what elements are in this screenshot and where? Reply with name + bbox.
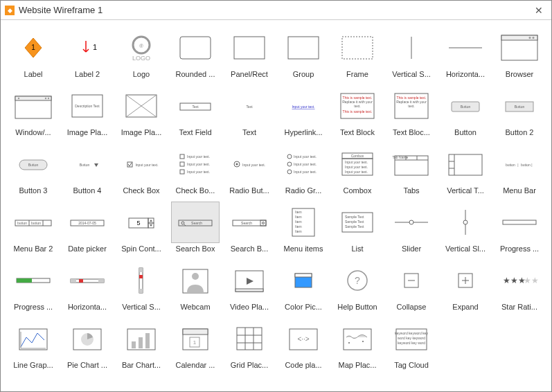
shape-item[interactable]: 2014-07-05Date picker [60,199,114,257]
svg-rect-148 [139,337,143,348]
shape-item[interactable]: Pie Chart ... [60,315,114,373]
shape-thumbnail: Button [495,85,544,127]
shape-item[interactable]: 1Label 2 [60,24,114,82]
svg-rect-124 [139,289,143,293]
shape-item[interactable]: Rounded ... [168,24,222,82]
shape-item[interactable]: Vertical T... [438,141,492,199]
shape-label: Calendar ... [176,361,215,373]
shape-label: List [351,244,363,257]
shape-item[interactable]: Input your text.Input your text.Input yo… [168,141,222,199]
shape-label: Progress ... [500,244,539,257]
shape-item[interactable]: ButtonButton 2 [492,82,546,141]
svg-point-57 [287,154,292,159]
shape-thumbnail [9,318,57,359]
shape-label: Radio Gr... [285,186,322,199]
shape-item[interactable]: This is sample text.Replace it with your… [384,82,438,141]
shape-item[interactable]: Grid Plac... [222,315,276,373]
shape-item[interactable]: Panel/Rect [222,24,276,82]
shape-item[interactable]: ComboxInput your text.Input your text.In… [330,141,384,199]
svg-rect-117 [17,278,32,283]
app-icon: ◆ [5,6,15,15]
shape-item[interactable]: Expand [438,257,492,315]
shape-item[interactable]: 5Spin Cont... [114,199,168,257]
shape-item[interactable]: Frame [330,24,384,82]
shape-item[interactable]: Color Pic... [276,257,330,315]
shape-item[interactable]: TextText Field [168,82,222,141]
shape-item[interactable]: ★★★★★Star Rati... [492,257,546,315]
shape-item[interactable]: ?Help Button [330,257,384,315]
shape-item[interactable]: Map Plac... [330,315,384,373]
shape-item[interactable]: Input your text.Input your text.Input yo… [276,141,330,199]
shape-label: Video Pla... [230,303,269,315]
shape-item[interactable]: Description TextImage Pla... [60,82,114,141]
shape-label: Vertical Sl... [445,244,486,257]
shape-thumbnail: Button [63,143,112,185]
shape-item[interactable]: 1Calendar ... [168,315,222,373]
shape-item[interactable]: SearchSearch B... [222,199,276,257]
shape-item[interactable]: ButtonButton [438,82,492,141]
shape-label: Color Pic... [285,303,322,315]
shape-item[interactable]: SearchSearch Box [168,199,222,257]
shape-item[interactable]: Image Pla... [114,82,168,141]
shape-label: Rounded ... [176,70,215,82]
shape-item[interactable]: Tab NameTabs [384,141,438,199]
shape-item[interactable]: Line Grap... [6,315,60,373]
shape-item[interactable]: ®LOGOLogo [114,24,168,82]
shape-item[interactable]: buttonbuttonMenu Bar 2 [6,199,60,257]
close-button[interactable]: ✕ [531,5,547,16]
shape-thumbnail: Input your text. [117,143,166,185]
shape-item[interactable]: Bar Chart... [114,315,168,373]
shape-item[interactable]: Progress ... [492,199,546,257]
shape-item[interactable]: <··>Code pla... [276,315,330,373]
shape-thumbnail [495,202,544,243]
shape-item[interactable]: Webcam [168,257,222,315]
shape-thumbnail: keyword keyword keyword key keywordkeywo… [387,318,436,359]
shape-item[interactable]: Collapse [384,257,438,315]
svg-text:Item: Item [295,220,302,224]
shape-thumbnail: 2014-07-05 [63,202,112,243]
shape-item[interactable]: Vertical S... [114,257,168,315]
shape-item[interactable]: Horizonta... [60,257,114,315]
shape-item[interactable]: Progress ... [6,257,60,315]
shape-item[interactable]: Input your text.Radio But... [222,141,276,199]
shape-item[interactable]: Input your text.Hyperlink... [276,82,330,141]
shape-thumbnail: ComboxInput your text.Input your text.In… [333,143,382,185]
svg-rect-52 [180,170,184,174]
shape-item[interactable]: ButtonButton 4 [60,141,114,199]
svg-text:Sample Text: Sample Text [345,220,364,224]
svg-text:Sample Text: Sample Text [345,215,364,219]
shape-item[interactable]: Input your text.Check Box [114,141,168,199]
svg-rect-129 [235,289,263,292]
svg-text:<··>: <··> [297,335,309,343]
svg-text:Search: Search [191,221,202,225]
svg-text:button: button [31,221,41,225]
shape-label: Button 2 [506,128,534,141]
svg-text:Input your text.: Input your text. [294,162,317,166]
svg-rect-74 [449,154,482,175]
shape-item[interactable]: 1Label [6,24,60,82]
shape-label: Collapse [397,303,427,315]
shape-item[interactable]: Vertical S... [384,24,438,82]
shape-item[interactable]: Window/... [6,82,60,141]
shape-item[interactable]: button|button|Menu Bar [492,141,546,199]
shape-item[interactable]: Browser [492,24,546,82]
shape-item[interactable]: Sample TextSample TextSample TextList [330,199,384,257]
shape-item[interactable]: TextText [222,82,276,141]
shape-thumbnail: 1 [171,318,220,359]
shape-item[interactable]: keyword keyword keyword key keywordkeywo… [384,315,438,373]
svg-rect-123 [139,268,143,272]
shape-item[interactable]: Horizonta... [438,24,492,82]
shape-thumbnail [171,27,220,69]
shape-item[interactable]: This is sample text.Replace it with your… [330,82,384,141]
shape-label: Combox [344,186,372,199]
svg-text:Search: Search [241,221,252,225]
shape-item[interactable]: Slider [384,199,438,257]
shape-item[interactable]: ButtonButton 3 [6,141,60,199]
shape-item[interactable]: Group [276,24,330,82]
shape-thumbnail: 1 [63,27,112,69]
shape-item[interactable]: ItemItemItemItemItemMenu items [276,199,330,257]
shape-label: Pie Chart ... [67,361,107,373]
shape-item[interactable]: Vertical Sl... [438,199,492,257]
svg-text:®: ® [139,43,143,49]
shape-item[interactable]: Video Pla... [222,257,276,315]
